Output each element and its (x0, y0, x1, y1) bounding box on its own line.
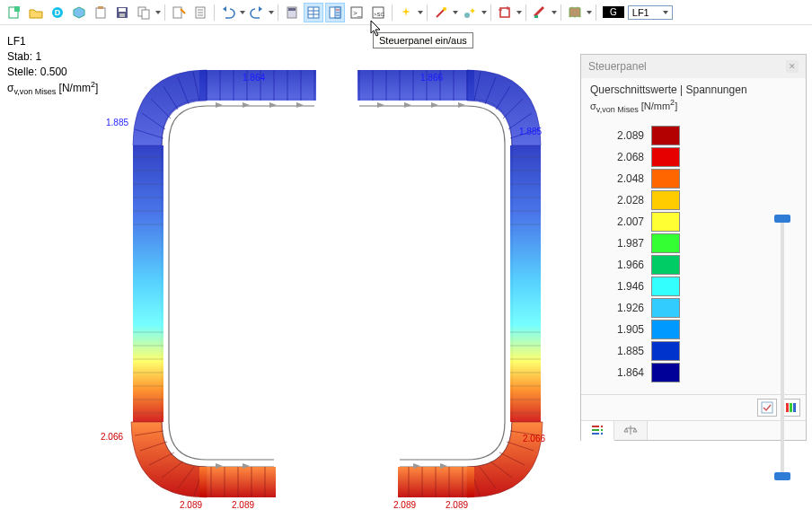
legend-value: 1.885 (590, 345, 644, 357)
legend-swatch (651, 233, 680, 253)
svg-rect-40 (357, 70, 474, 101)
panel-stress-type: σv,von Mises [N/mm2] (581, 98, 806, 121)
legend-row: 1.905 (590, 319, 797, 340)
sparkle-node-icon[interactable] (460, 3, 480, 22)
legend-value: 2.048 (590, 172, 644, 185)
svg-rect-7 (119, 8, 126, 12)
panel-titlebar[interactable]: Steuerpanel ✕ (581, 55, 806, 78)
legend-slider-max[interactable] (774, 215, 790, 223)
doc-pencil-icon[interactable] (169, 3, 189, 22)
brush-icon[interactable] (530, 3, 550, 22)
copy-icon[interactable] (134, 3, 154, 22)
svg-text:>SC: >SC (374, 12, 385, 17)
label-low-right: 2.066 (523, 434, 545, 444)
svg-text:D: D (55, 8, 61, 17)
legend-slider-track[interactable] (781, 218, 784, 477)
cross-section-view[interactable]: 1.864 1.866 1.885 1.885 2.066 2.066 2.08… (0, 27, 575, 525)
redo-icon[interactable] (247, 3, 267, 22)
legend-row: 1.946 (590, 276, 797, 297)
label-bot-r1: 2.089 (393, 500, 416, 510)
script-icon[interactable]: >SC (368, 3, 388, 22)
clipboard-icon[interactable] (91, 3, 110, 22)
legend-value: 2.028 (590, 194, 644, 206)
svg-rect-10 (142, 10, 149, 19)
panel-title-text: Steuerpanel (588, 60, 647, 73)
tooltip: Steuerpanel ein/aus (373, 32, 473, 48)
legend-value: 2.007 (590, 215, 644, 228)
legend-value: 1.946 (590, 280, 644, 293)
folder-open-icon[interactable] (26, 3, 46, 22)
legend-value: 1.905 (590, 323, 644, 336)
doc-icon[interactable] (190, 3, 210, 22)
undo-dropdown[interactable] (239, 11, 246, 14)
tab-colors[interactable] (581, 421, 614, 441)
blue-circle-icon[interactable]: D (48, 3, 67, 22)
undo-icon[interactable] (218, 3, 238, 22)
spark1-dropdown[interactable] (417, 11, 424, 14)
svg-rect-123 (762, 402, 772, 413)
svg-rect-72 (510, 145, 541, 422)
svg-point-33 (443, 7, 446, 11)
legend-swatch (651, 277, 680, 296)
legend-value: 1.987 (590, 237, 644, 250)
legend-row: 1.885 (590, 340, 797, 362)
label-bot-r2: 2.089 (446, 500, 468, 510)
legend-row: 1.987 (590, 233, 797, 254)
legend-row: 1.926 (590, 297, 797, 319)
crop-dropdown[interactable] (516, 11, 523, 14)
legend-swatch (651, 298, 680, 318)
legend-row: 1.966 (590, 254, 797, 276)
svg-rect-11 (173, 7, 181, 18)
legend-value: 1.926 (590, 302, 644, 314)
brush-dropdown[interactable] (551, 11, 558, 14)
legend-value: 1.864 (590, 366, 644, 379)
apply-icon[interactable] (757, 399, 777, 417)
sparkle-node-dropdown[interactable] (481, 11, 488, 14)
svg-rect-5 (98, 6, 103, 9)
svg-point-34 (464, 13, 470, 18)
legend-swatch (651, 212, 680, 232)
svg-rect-124 (786, 403, 789, 412)
svg-point-130 (601, 426, 603, 427)
svg-rect-4 (96, 8, 105, 18)
legend-swatch (651, 147, 680, 167)
table-icon[interactable] (304, 3, 323, 22)
legend-row: 2.028 (590, 189, 797, 211)
cube-icon[interactable] (69, 3, 89, 22)
panel-close-icon[interactable]: ✕ (786, 60, 799, 73)
save-icon[interactable] (112, 3, 132, 22)
redo-dropdown[interactable] (268, 11, 275, 14)
legend-swatch (651, 320, 680, 339)
label-bot-l2: 2.089 (232, 500, 254, 510)
book-dropdown[interactable] (586, 11, 593, 14)
file-new-icon[interactable] (4, 3, 24, 22)
wand-dropdown[interactable] (452, 11, 459, 14)
console-icon[interactable]: >_ (347, 3, 366, 22)
loadcase-badge: G (603, 6, 624, 18)
loadcase-combo[interactable]: LF1 (628, 5, 673, 20)
main-toolbar: D >_ >SC G LF1 (0, 0, 812, 25)
label-mid-right: 1.885 (519, 127, 542, 136)
label-low-left: 2.066 (101, 432, 123, 442)
legend-row: 1.864 (590, 362, 797, 383)
panel-footer (581, 394, 806, 420)
panel-toggle-icon[interactable] (325, 3, 345, 22)
wand-icon[interactable] (431, 3, 451, 22)
panel-tabs (581, 420, 806, 440)
svg-text:>_: >_ (353, 9, 362, 17)
legend-swatch (651, 126, 680, 145)
legend-swatch (651, 169, 680, 189)
tab-balance[interactable] (614, 421, 648, 440)
spark1-icon[interactable] (396, 3, 416, 22)
book-icon[interactable] (565, 3, 585, 22)
legend-value: 2.089 (590, 129, 644, 142)
label-top-right: 1.866 (420, 73, 443, 83)
legend-slider-min[interactable] (774, 472, 790, 480)
legend-swatch (651, 255, 680, 275)
legend-row: 2.089 (590, 125, 797, 146)
copy-dropdown[interactable] (154, 11, 162, 14)
crop-icon[interactable] (495, 3, 515, 22)
svg-rect-125 (790, 403, 792, 412)
legend-row: 2.048 (590, 168, 797, 189)
calculator-icon[interactable] (282, 3, 302, 22)
